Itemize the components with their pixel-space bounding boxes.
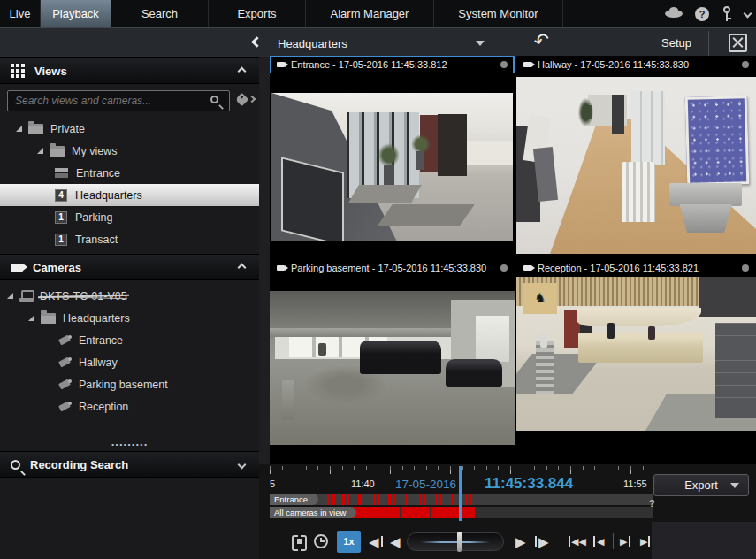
set-time-button[interactable] — [314, 524, 328, 559]
tab-exports[interactable]: Exports — [209, 0, 306, 27]
tag-filter-chevron-icon — [248, 96, 256, 103]
tree-camera-folder[interactable]: Headquarters — [0, 307, 259, 329]
tree-view-parking[interactable]: 1 Parking — [0, 206, 259, 228]
fullscreen-icon[interactable] — [729, 34, 747, 52]
camera-indicator-icon — [500, 61, 508, 68]
tree-label: Private — [50, 123, 85, 135]
camera-tile-reception[interactable]: Reception - 17-05-2016 11:45:33.821 ♞ — [516, 259, 756, 464]
view-selector-value: Headquarters — [278, 37, 347, 50]
expand-triangle-icon[interactable] — [7, 293, 13, 299]
tab-playback[interactable]: Playback — [41, 0, 111, 27]
parking-scene — [270, 291, 515, 445]
expand-triangle-icon[interactable] — [37, 148, 43, 154]
view-selector[interactable]: Headquarters — [278, 34, 497, 53]
expand-triangle-icon[interactable] — [16, 126, 22, 132]
video-parking-basement[interactable] — [270, 277, 515, 464]
time-selection-button[interactable] — [292, 524, 307, 559]
help-icon[interactable]: ? — [695, 7, 709, 21]
track-label: Entrance — [270, 494, 318, 505]
tree-camera-hallway[interactable]: Hallway — [0, 351, 259, 373]
video-entrance[interactable] — [270, 73, 515, 257]
key-icon[interactable] — [722, 6, 732, 22]
camera-icon — [523, 265, 531, 271]
view-toolbar: Headquarters ↶ Setup — [0, 27, 756, 57]
tree-camera-parking-basement[interactable]: Parking basement — [0, 373, 259, 395]
tile-title: Hallway - 17-05-2016 11:45:33.830 — [538, 59, 689, 70]
tab-search[interactable]: Search — [111, 0, 209, 27]
view-count-badge: 1 — [55, 234, 67, 246]
playback-speed-button[interactable]: 1x — [337, 524, 361, 559]
tab-live[interactable]: Live — [0, 0, 41, 27]
cameras-collapse-icon[interactable] — [238, 263, 247, 272]
tree-folder-private[interactable]: Private — [0, 118, 259, 140]
tree-camera-reception[interactable]: Reception — [0, 395, 259, 417]
views-collapse-icon[interactable] — [238, 66, 247, 75]
timeline: 5 11:40 17-05-2016 11:45:33.844 11:55 En… — [259, 464, 756, 559]
server-name: DKTS-TC-01-V05 — [40, 290, 127, 302]
entrance-scene — [271, 93, 513, 241]
camera-indicator-icon — [500, 264, 508, 272]
camera-icon — [523, 62, 531, 67]
tree-server[interactable]: DKTS-TC-01-V05 — [0, 285, 259, 307]
controls-divider — [613, 533, 614, 549]
last-sequence-button[interactable]: ▶ — [640, 524, 650, 559]
tab-alarm-manager[interactable]: Alarm Manager — [306, 0, 434, 27]
topbar-icons: ? — [665, 0, 751, 27]
export-label: Export — [684, 479, 718, 492]
track-label: All cameras in view — [270, 507, 356, 518]
tree-label: Transact — [75, 234, 118, 246]
tree-view-headquarters[interactable]: 4 Headquarters — [0, 184, 259, 206]
timeline-help-icon[interactable]: ? — [649, 498, 655, 509]
tree-view-entrance[interactable]: Entrance — [0, 162, 259, 184]
setup-button[interactable]: Setup — [661, 36, 691, 50]
panel-splitter-handle[interactable]: ......... — [0, 439, 259, 451]
folder-icon — [41, 313, 56, 324]
tree-camera-entrance[interactable]: Entrance — [0, 329, 259, 351]
tree-view-transact[interactable]: 1 Transact — [0, 228, 259, 250]
recording-search-title: Recording Search — [30, 458, 128, 471]
next-sequence-button[interactable]: ▶ — [620, 524, 630, 559]
playback-controls: 1x ◀ ◀ ▶ ▶ ◀◀ ◀ ▶ ▶ — [270, 524, 653, 559]
previous-image-button[interactable]: ◀ — [369, 524, 383, 559]
camera-tile-hallway[interactable]: Hallway - 17-05-2016 11:45:33.830 — [516, 56, 756, 257]
camera-tile-entrance[interactable]: Entrance - 17-05-2016 11:45:33.812 — [270, 56, 515, 257]
cloud-status-icon[interactable] — [665, 10, 683, 18]
timeline-playhead[interactable] — [459, 466, 462, 521]
tile-header: Parking basement - 17-05-2016 11:45:33.8… — [270, 259, 515, 277]
views-panel-header[interactable]: Views — [0, 57, 259, 84]
tree-folder-my-views[interactable]: My views — [0, 140, 259, 162]
timeline-current-time: 11:45:33.844 — [485, 475, 573, 493]
video-hallway[interactable] — [516, 73, 756, 257]
timeline-date: 17-05-2016 — [395, 478, 456, 491]
speed-slider-handle[interactable] — [457, 532, 462, 552]
tag-filter-icon[interactable] — [235, 93, 249, 107]
camera-indicator-icon — [742, 61, 749, 68]
expand-triangle-icon[interactable] — [28, 315, 34, 321]
camera-indicator-icon — [742, 264, 749, 272]
tile-title: Entrance - 17-05-2016 11:45:33.812 — [291, 59, 447, 70]
folder-icon — [28, 124, 43, 134]
tab-system-monitor[interactable]: System Monitor — [434, 0, 563, 27]
previous-sequence-button[interactable]: ◀ — [593, 524, 604, 559]
tile-header: Hallway - 17-05-2016 11:45:33.830 — [516, 56, 756, 73]
search-icon[interactable] — [210, 96, 218, 103]
recording-search-expand-icon[interactable] — [238, 460, 247, 469]
speed-slider[interactable] — [407, 524, 504, 559]
play-forward-button[interactable]: ▶ — [515, 524, 526, 559]
views-search-row — [0, 84, 259, 118]
tile-header: Reception - 17-05-2016 11:45:33.821 — [516, 259, 756, 277]
views-grid-icon — [11, 64, 25, 78]
camera-tile-parking-basement[interactable]: Parking basement - 17-05-2016 11:45:33.8… — [270, 259, 515, 464]
first-sequence-button[interactable]: ◀◀ — [569, 524, 586, 559]
collapse-sidebar-icon[interactable] — [251, 36, 263, 48]
play-backward-button[interactable]: ◀ — [390, 524, 401, 559]
video-reception[interactable]: ♞ — [516, 277, 756, 464]
search-input[interactable] — [7, 90, 230, 111]
timeline-ruler-area[interactable]: 5 11:40 17-05-2016 11:45:33.844 11:55 En… — [270, 464, 653, 523]
export-button[interactable]: Export — [653, 474, 749, 496]
recording-search-header[interactable]: Recording Search — [0, 451, 259, 478]
chevron-down-icon[interactable] — [744, 10, 752, 19]
next-image-button[interactable]: ▶ — [535, 524, 549, 559]
view-shortcut-icon[interactable]: ↶ — [531, 28, 552, 53]
cameras-panel-header[interactable]: Cameras — [0, 254, 259, 280]
